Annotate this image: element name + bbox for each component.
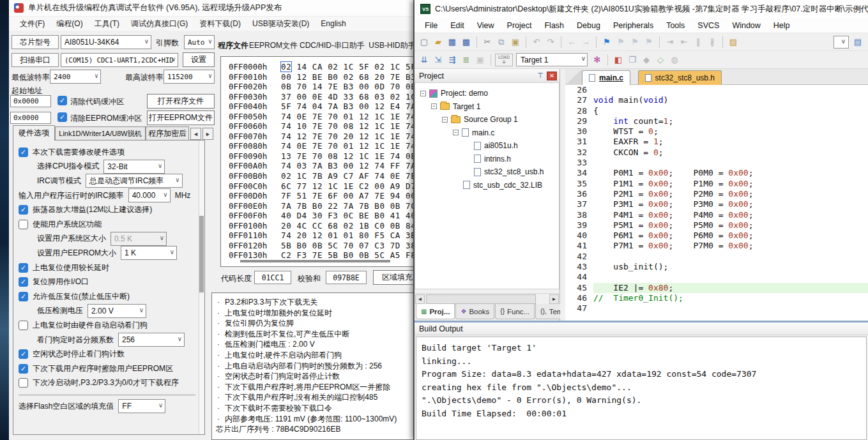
project-horizontal-scrollbar[interactable]: ◄ ►	[415, 293, 560, 304]
cut-icon[interactable]: ✂	[481, 36, 494, 49]
pin-icon[interactable]: ⊤	[536, 72, 545, 80]
keil-menu-flash[interactable]: Flash	[538, 19, 570, 32]
tree-item-ai8051u-h[interactable]: ai8051u.h	[415, 139, 559, 153]
max-baud-combo[interactable]: 115200∨	[164, 70, 215, 84]
stc-menu-item-0[interactable]: 文件(F)	[14, 17, 50, 31]
tab-offline-download[interactable]: Link1D/Writer1A/U8W脱机	[55, 126, 146, 140]
scroll-right-icon[interactable]: ►	[549, 294, 559, 304]
keil-menu-peripherals[interactable]: Peripherals	[607, 19, 660, 32]
hw-options-scrollbar[interactable]	[199, 140, 204, 434]
panel-tab-func[interactable]: {}Func...	[495, 304, 535, 319]
scrollbar-thumb[interactable]	[426, 294, 536, 304]
hex-selected-byte[interactable]: 02	[281, 62, 291, 72]
target-select-combo[interactable]: Target 1∨	[516, 53, 588, 66]
bookmark-toggle-icon[interactable]: ⚑	[600, 36, 613, 49]
save-icon[interactable]: ▦	[446, 36, 459, 49]
web-update-icon[interactable]: ◍	[668, 54, 681, 66]
editor-tab-main-c[interactable]: main.c	[582, 70, 630, 85]
keil-menu-help[interactable]: Help	[767, 19, 796, 32]
options-target-icon[interactable]: ✻	[591, 54, 604, 66]
find-in-files-icon[interactable]: ▤	[851, 36, 864, 49]
scroll-left-icon[interactable]: ◄	[415, 294, 425, 304]
toolbar-search-combo[interactable]: ∨	[834, 36, 849, 49]
redo-icon[interactable]: ↷	[544, 36, 557, 49]
file-tab-0[interactable]: 程序文件	[217, 37, 249, 54]
manage-rte-icon[interactable]: ◧	[612, 54, 625, 66]
stc-menu-item-2[interactable]: 工具(T)	[89, 17, 125, 31]
file-tab-3[interactable]: USB-HID助手	[370, 37, 414, 54]
start-address-input-0[interactable]: 0x0000	[10, 95, 51, 107]
file-tab-1[interactable]: EEPROM文件	[252, 37, 294, 54]
nav-back-icon[interactable]: ←	[565, 36, 578, 49]
software-packs-icon[interactable]: ◆	[640, 54, 653, 66]
start-address-input-1[interactable]: 0x0000	[10, 112, 51, 124]
option-checkbox-4[interactable]: ✓	[19, 205, 28, 215]
pack-installer-icon[interactable]: ◇	[654, 54, 667, 66]
rebuild-icon[interactable]: ⇶	[446, 54, 459, 66]
tree-item-main-c[interactable]: −main.c	[415, 126, 559, 140]
editor-code-area[interactable]: 2627void main(void)28{29 int count=1;30 …	[565, 85, 868, 321]
load-icon[interactable]: LOAD⇊	[495, 54, 513, 66]
option-checkbox-5[interactable]	[19, 220, 28, 229]
port-settings-button[interactable]: 设置	[183, 52, 215, 67]
hex-viewer[interactable]: 0FF0000h02 14 CA 02 1C 5F 02 1C 5F 22 20…	[220, 56, 414, 267]
stc-menu-item-5[interactable]: USB驱动安装(D)	[247, 17, 315, 31]
uncomment-icon[interactable]: ∦	[706, 36, 719, 49]
option-checkbox-12[interactable]	[19, 321, 28, 330]
nav-forward-icon[interactable]: →	[579, 36, 592, 49]
pin-count-combo[interactable]: Auto∨	[184, 35, 215, 49]
copy-windows-icon[interactable]: ❐	[626, 54, 639, 66]
tree-item-stc32-stc8-usb-h[interactable]: stc32_stc8_usb.h	[415, 165, 559, 179]
bookmark-clear-icon[interactable]: ⚑	[643, 36, 655, 49]
bookmark-prev-icon[interactable]: ⚑	[628, 36, 641, 49]
expander-icon[interactable]: −	[431, 103, 437, 109]
keil-menu-svcs[interactable]: SVCS	[691, 19, 726, 32]
option-combo-1[interactable]: 32-Bit∨	[103, 160, 165, 174]
build-output-content[interactable]: Build target 'Target 1'linking...Program…	[416, 337, 867, 440]
open-file-button-0[interactable]: 打开程序文件	[147, 94, 215, 109]
stc-menu-item-6[interactable]: English	[315, 18, 351, 29]
option-checkbox-10[interactable]: ✓	[19, 292, 28, 301]
option-combo-2[interactable]: 总是动态调节IRC频率∨	[86, 174, 183, 188]
undo-icon[interactable]: ↶	[530, 36, 543, 49]
option-combo-18[interactable]: FF∨	[118, 399, 165, 413]
open-file-button-1[interactable]: 打开EEPROM文件	[147, 110, 215, 125]
tab-scroll-left-icon[interactable]: ◄	[190, 128, 201, 140]
keil-menu-window[interactable]: Window	[726, 19, 766, 32]
option-checkbox-0[interactable]: ✓	[19, 148, 28, 157]
option-checkbox-15[interactable]: ✓	[19, 364, 28, 374]
panel-tab-books[interactable]: ❖Books	[455, 304, 494, 319]
save-all-icon[interactable]: ▩	[460, 36, 473, 49]
stc-menu-item-3[interactable]: 调试仿真接口(G)	[125, 17, 194, 31]
unindent-icon[interactable]: ⇤	[678, 36, 690, 49]
build-icon[interactable]: ⇲	[432, 54, 445, 66]
stc-menu-item-1[interactable]: 编程(O)	[50, 17, 88, 31]
keil-menu-debug[interactable]: Debug	[570, 19, 607, 32]
comment-icon[interactable]: ∥	[692, 36, 704, 49]
region-fill-button[interactable]: 区域填充	[373, 270, 414, 285]
option-checkbox-14[interactable]: ✓	[19, 349, 28, 359]
editor-tab-stc32-stc8-usb-h[interactable]: stc32_stc8_usb.h	[638, 70, 722, 85]
translate-icon[interactable]: ⇊	[418, 54, 430, 66]
tree-item-stc-usb-cdc-32-lib[interactable]: stc_usb_cdc_32.LIB	[415, 179, 559, 192]
new-file-icon[interactable]: ▢	[418, 36, 430, 49]
indent-icon[interactable]: ⇥	[664, 36, 676, 49]
option-combo-7[interactable]: 1 K∨	[121, 246, 177, 260]
option-checkbox-9[interactable]: ✓	[19, 277, 28, 287]
configure-flash-icon[interactable]: ▨	[727, 36, 740, 49]
copy-icon[interactable]: ⧉	[495, 36, 508, 49]
expander-icon[interactable]: −	[442, 117, 448, 123]
tree-item-source-group-1[interactable]: −Source Group 1	[415, 113, 559, 126]
stc-menu-item-4[interactable]: 资料下载(D)	[194, 17, 247, 31]
tree-item-project-demo[interactable]: −Project: demo	[415, 87, 559, 100]
close-icon[interactable]: ✕	[547, 72, 557, 80]
panel-splitter[interactable]	[560, 69, 565, 321]
tab-program-encrypt[interactable]: 程序加密后	[146, 126, 189, 140]
keil-menu-project[interactable]: Project	[501, 19, 538, 32]
option-combo-3[interactable]: 40.000∨	[128, 188, 171, 202]
hex-horizontal-scrollbar[interactable]	[229, 259, 401, 264]
expander-icon[interactable]: −	[420, 91, 426, 96]
serial-port-combo[interactable]: (COM15) CDC1-UART1,2CDC+HID∨	[61, 53, 178, 67]
expander-icon[interactable]: −	[453, 130, 459, 135]
option-checkbox-8[interactable]: ✓	[19, 263, 28, 273]
